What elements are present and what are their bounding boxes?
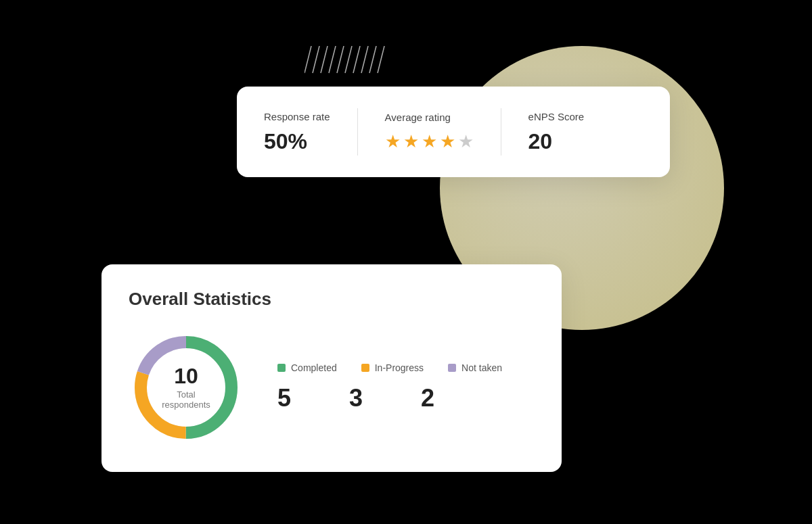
scene: Response rate 50% Average rating ★ ★ ★ ★… bbox=[102, 32, 710, 492]
completed-dot bbox=[277, 364, 286, 372]
donut-center: 10 Total respondents bbox=[158, 365, 215, 410]
values-row: 5 3 2 bbox=[277, 384, 535, 412]
svg-line-8 bbox=[369, 46, 376, 73]
enps-label: eNPS Score bbox=[528, 111, 585, 122]
enps-value: 20 bbox=[528, 130, 585, 152]
stats-card: Response rate 50% Average rating ★ ★ ★ ★… bbox=[237, 87, 670, 177]
donut-chart: 10 Total respondents bbox=[129, 330, 244, 445]
total-respondents-number: 10 bbox=[158, 365, 215, 387]
svg-line-5 bbox=[345, 46, 352, 73]
response-rate-label: Response rate bbox=[264, 111, 330, 122]
overall-card: Overall Statistics bbox=[102, 264, 562, 472]
deco-lines-top bbox=[304, 46, 386, 87]
response-rate-value: 50% bbox=[264, 130, 330, 152]
legend-row: Completed In-Progress Not taken bbox=[277, 362, 535, 373]
svg-line-0 bbox=[304, 46, 311, 73]
star-rating: ★ ★ ★ ★ ★ bbox=[385, 131, 474, 152]
svg-line-2 bbox=[321, 46, 328, 73]
average-rating-section: Average rating ★ ★ ★ ★ ★ bbox=[358, 112, 501, 152]
nottaken-value: 2 bbox=[421, 384, 468, 412]
svg-line-3 bbox=[329, 46, 336, 73]
completed-label: Completed bbox=[291, 362, 337, 373]
total-respondents-label: Total respondents bbox=[158, 389, 215, 410]
svg-line-1 bbox=[313, 46, 319, 73]
legend-nottaken: Not taken bbox=[448, 362, 502, 373]
star-3: ★ bbox=[422, 131, 437, 152]
svg-line-4 bbox=[337, 46, 344, 73]
nottaken-dot bbox=[448, 364, 456, 372]
star-5: ★ bbox=[458, 131, 474, 152]
star-1: ★ bbox=[385, 131, 401, 152]
average-rating-label: Average rating bbox=[385, 112, 474, 123]
inprogress-value: 3 bbox=[349, 384, 397, 412]
legend-inprogress: In-Progress bbox=[361, 362, 424, 373]
overall-body: 10 Total respondents Completed In-Progre… bbox=[129, 330, 535, 445]
inprogress-dot bbox=[361, 364, 369, 372]
inprogress-label: In-Progress bbox=[375, 362, 424, 373]
svg-line-9 bbox=[378, 46, 384, 73]
response-rate-section: Response rate 50% bbox=[264, 111, 357, 152]
star-2: ★ bbox=[403, 131, 419, 152]
stats-legend: Completed In-Progress Not taken 5 3 2 bbox=[277, 362, 535, 412]
overall-title: Overall Statistics bbox=[129, 289, 535, 310]
enps-section: eNPS Score 20 bbox=[501, 111, 612, 152]
star-4: ★ bbox=[440, 131, 455, 152]
svg-line-6 bbox=[353, 46, 360, 73]
svg-line-7 bbox=[361, 46, 368, 73]
legend-completed: Completed bbox=[277, 362, 337, 373]
completed-value: 5 bbox=[277, 384, 325, 412]
nottaken-label: Not taken bbox=[461, 362, 502, 373]
